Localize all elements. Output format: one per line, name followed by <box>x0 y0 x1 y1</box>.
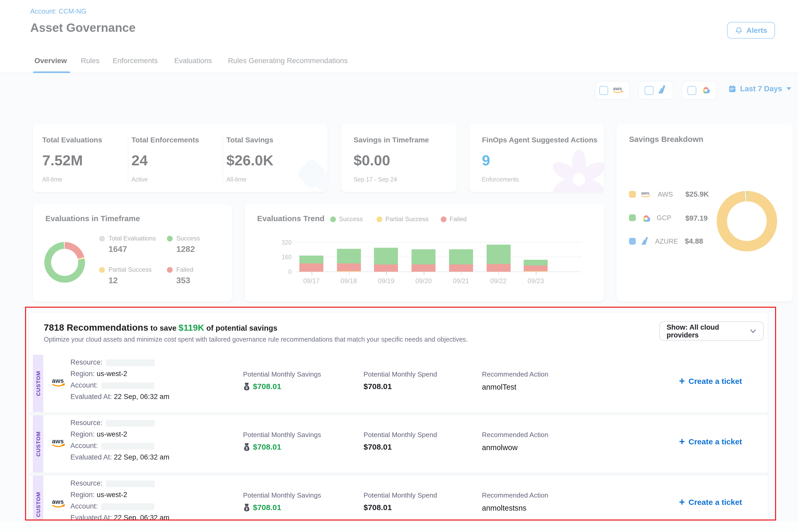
stat-value: 7.52M <box>42 152 102 169</box>
action-column-label: Recommended Action <box>482 370 548 378</box>
stat-label: Total Enforcements <box>131 136 199 144</box>
stat-value: $26.0K <box>226 152 273 169</box>
create-ticket-button[interactable]: +Create a ticket <box>679 437 742 446</box>
gcp-logo-icon <box>700 85 711 96</box>
savings-column-label: Potential Monthly Savings <box>243 431 321 439</box>
savings-column-label: Potential Monthly Savings <box>243 370 321 378</box>
svg-text:aws: aws <box>613 86 622 91</box>
legend-item-partial-success: Partial Success 12 <box>99 266 167 285</box>
aws-logo-icon: aws <box>51 437 68 450</box>
spend-column-label: Potential Monthly Spend <box>363 491 437 499</box>
stat-value: $0.00 <box>354 152 429 169</box>
legend-item-success: Success 1282 <box>167 235 224 254</box>
page-bottom <box>0 521 798 532</box>
gcp-logo-icon <box>641 213 652 222</box>
x-axis-label: 09/21 <box>453 278 469 285</box>
x-axis-label: 09/20 <box>415 278 432 285</box>
aws-checkbox[interactable] <box>599 86 608 95</box>
money-bag-icon: $ <box>243 503 250 511</box>
stat-label: Total Evaluations <box>42 136 102 144</box>
row-divider <box>29 473 768 476</box>
stat-sub: All-time <box>226 176 273 183</box>
tab-evaluations[interactable]: Evaluations <box>174 56 212 65</box>
create-ticket-button[interactable]: +Create a ticket <box>679 498 742 507</box>
trend-bar <box>337 249 361 272</box>
savings-breakdown-card: Savings Breakdown aws AWS $25.9K GCP $97… <box>616 124 793 302</box>
finops-actions-card: FinOps Agent Suggested Actions 9 Enforce… <box>470 124 604 192</box>
evaluations-timeframe-card: Evaluations in Timeframe Total Evaluatio… <box>33 205 232 302</box>
custom-tag: CUSTOM <box>33 415 43 473</box>
aws-logo-icon: aws <box>612 85 626 96</box>
filter-chip-azure[interactable] <box>639 81 673 100</box>
filter-chip-gcp[interactable] <box>682 81 717 100</box>
svg-text:aws: aws <box>52 498 64 505</box>
azure-logo-icon <box>641 237 650 245</box>
potential-savings-value: $ $708.01 <box>243 503 281 512</box>
asset-governance-page: Account: CCM-NG Asset Governance Alerts … <box>0 0 798 532</box>
tab-bar: Overview Rules Enforcements Evaluations … <box>0 50 798 73</box>
chevron-down-icon <box>786 87 792 91</box>
create-ticket-button[interactable]: +Create a ticket <box>679 377 742 385</box>
aws-logo-icon: aws <box>51 377 68 390</box>
recommendation-row: CUSTOM aws Resource: Region: us-west-2 A… <box>29 415 768 473</box>
custom-tag: CUSTOM <box>33 355 43 412</box>
legend-item-azure: AZURE $4.88 <box>629 237 703 245</box>
date-range-picker[interactable]: Last 7 Days <box>728 84 792 93</box>
tab-rules[interactable]: Rules <box>81 56 100 65</box>
redacted-account-value <box>101 443 154 450</box>
savings-column-label: Potential Monthly Savings <box>243 491 321 499</box>
bell-icon <box>735 26 743 34</box>
aws-logo-icon: aws <box>641 190 653 198</box>
recommended-action-value: anmoltestsns <box>482 504 527 512</box>
svg-text:aws: aws <box>52 438 64 445</box>
cloud-provider-filter-dropdown[interactable]: Show: All cloud providers <box>659 321 764 341</box>
flower-watermark <box>548 148 604 192</box>
legend-item-aws: aws AWS $25.9K <box>629 190 709 198</box>
stat-label: FinOps Agent Suggested Actions <box>482 136 597 144</box>
account-breadcrumb[interactable]: Account: CCM-NG <box>30 7 86 15</box>
card-title: Evaluations in Timeframe <box>45 214 140 223</box>
trend-bar-chart: 320 160 0 09/1709/1809/1909/2009/2109/22… <box>245 205 604 302</box>
tab-enforcements[interactable]: Enforcements <box>113 56 158 65</box>
recommended-action-value: anmolwow <box>482 443 518 452</box>
potential-spend-value: $708.01 <box>363 503 392 512</box>
money-bag-icon: $ <box>243 382 250 391</box>
redacted-account-value <box>101 503 154 510</box>
gcp-checkbox[interactable] <box>687 86 696 95</box>
alerts-button[interactable]: Alerts <box>727 22 775 39</box>
totals-stat-card: Total Evaluations 7.52M All-time Total E… <box>33 124 327 192</box>
recommendations-subtitle: Optimize your cloud assets and minimize … <box>44 336 468 343</box>
redacted-resource-value <box>106 420 155 426</box>
calendar-icon <box>728 84 737 93</box>
legend-item-total-evaluations: Total Evaluations 1647 <box>99 235 167 254</box>
svg-text:aws: aws <box>52 377 64 384</box>
recommendation-row: CUSTOM aws Resource: Region: us-west-2 A… <box>29 355 768 412</box>
aws-logo-icon: aws <box>51 498 68 511</box>
divider <box>0 106 798 106</box>
potential-spend-value: $708.01 <box>363 382 392 391</box>
potential-savings-value: $ $708.01 <box>243 382 281 391</box>
x-axis-label: 09/18 <box>341 278 357 285</box>
resource-details: Resource: Region: us-west-2 Account: Eva… <box>71 478 170 519</box>
evaluations-trend-card: Evaluations Trend Success Partial Succes… <box>245 205 604 302</box>
resource-details: Resource: Region: us-west-2 Account: Eva… <box>71 357 170 403</box>
legend-item-gcp: GCP $97.19 <box>629 213 708 222</box>
azure-checkbox[interactable] <box>644 86 653 95</box>
stat-label: Savings in Timeframe <box>354 136 429 144</box>
x-axis-label: 09/19 <box>378 278 395 285</box>
tab-rules-generating-recommendations[interactable]: Rules Generating Recommendations <box>228 56 348 65</box>
filter-chip-aws[interactable]: aws <box>595 81 630 100</box>
potential-spend-value: $708.01 <box>363 442 392 451</box>
recommended-action-value: anmolTest <box>482 383 516 391</box>
plus-icon: + <box>679 377 685 385</box>
stat-value: 24 <box>131 152 199 169</box>
azure-logo-icon <box>658 85 667 96</box>
chevron-down-icon <box>750 329 756 333</box>
svg-text:$: $ <box>246 385 248 390</box>
spend-column-label: Potential Monthly Spend <box>363 431 437 439</box>
redacted-account-value <box>101 382 154 389</box>
action-column-label: Recommended Action <box>482 431 548 439</box>
tab-overview[interactable]: Overview <box>34 56 67 65</box>
redacted-resource-value <box>106 359 155 366</box>
x-axis-label: 09/23 <box>528 278 544 285</box>
